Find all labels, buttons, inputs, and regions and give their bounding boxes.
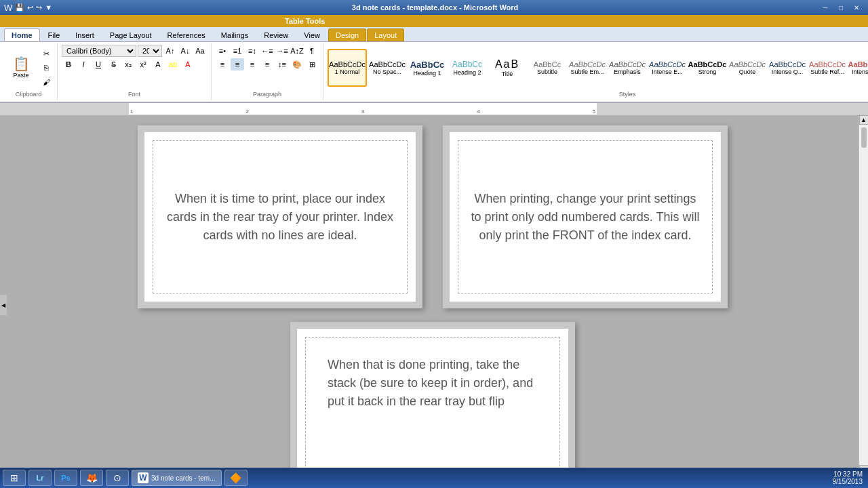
borders-button[interactable]: ⊞ <box>305 58 319 70</box>
title-bar: W 💾 ↩ ↪ ▼ 3d note cards - template.docx … <box>0 0 868 15</box>
style-quote[interactable]: AaBbCcDc Quote <box>728 49 767 87</box>
font-color-button[interactable]: A <box>181 58 195 70</box>
vertical-scrollbar[interactable]: ▲ ▼ <box>859 115 868 474</box>
page-1: When it is time to print, place our inde… <box>138 125 422 308</box>
style-subtitle-label: Subtitle <box>537 68 557 75</box>
restore-button[interactable]: □ <box>833 2 848 13</box>
align-right-button[interactable]: ≡ <box>245 58 259 70</box>
bold-button[interactable]: B <box>62 58 75 70</box>
tab-insert[interactable]: Insert <box>68 28 102 41</box>
close-button[interactable]: ✕ <box>849 2 864 13</box>
page-3: When that is done printing, take the sta… <box>290 322 575 474</box>
styles-label: Styles <box>619 91 636 99</box>
style-normal-label: 1 Normal <box>335 68 360 75</box>
start-button[interactable]: ⊞ <box>3 470 26 486</box>
strikethrough-button[interactable]: S̶ <box>106 58 120 70</box>
italic-button[interactable]: I <box>77 58 90 70</box>
align-left-button[interactable]: ≡ <box>216 58 229 70</box>
taskbar-chrome[interactable]: ⊙ <box>106 470 129 486</box>
style-normal[interactable]: AaBbCcDc 1 Normal <box>328 49 367 87</box>
cut-button[interactable]: ✂ <box>39 47 53 60</box>
align-center-button[interactable]: ≡ <box>231 58 244 70</box>
copy-button[interactable]: ⎘ <box>39 62 53 74</box>
style-heading2[interactable]: AaBbCc Heading 2 <box>448 49 487 87</box>
decrease-indent-button[interactable]: ←≡ <box>260 45 274 57</box>
style-intense-ref-label: Intense R... <box>852 68 868 75</box>
style-emphasis[interactable]: AaBbCcDc Emphasis <box>608 49 647 87</box>
justify-button[interactable]: ≡ <box>260 58 274 70</box>
highlight-button[interactable]: ab <box>166 58 180 70</box>
card-3-text[interactable]: When that is done printing, take the sta… <box>311 342 555 424</box>
clipboard-content: 📋 Paste ✂ ⎘ 🖌 <box>4 45 53 91</box>
style-subtle-ref[interactable]: AaBbCcDc Subtle Ref... <box>808 49 847 87</box>
quick-access-save[interactable]: 💾 <box>15 3 24 12</box>
style-no-space[interactable]: AaBbCcDc No Spac... <box>368 49 407 87</box>
superscript-button[interactable]: x² <box>136 58 150 70</box>
style-subtle-em[interactable]: AaBbCcDc Subtle Em... <box>568 49 607 87</box>
table-tools-label: Table Tools <box>271 17 339 25</box>
underline-button[interactable]: U <box>92 58 105 70</box>
scroll-up-button[interactable]: ▲ <box>859 115 869 125</box>
clear-format-button[interactable]: Aa <box>193 45 207 57</box>
quick-access-menu[interactable]: ▼ <box>45 3 52 12</box>
tab-review[interactable]: Review <box>256 28 296 41</box>
increase-font-button[interactable]: A↑ <box>163 45 177 57</box>
style-intense-ref-preview: AaBbCcDc <box>848 60 868 68</box>
tab-home[interactable]: Home <box>4 28 40 41</box>
multilevel-button[interactable]: ≡↕ <box>245 45 259 57</box>
taskbar-vlc[interactable]: 🔶 <box>224 470 248 486</box>
font-row-1: Calibri (Body) 20 A↑ A↓ Aa <box>62 45 207 57</box>
tab-mailings[interactable]: Mailings <box>214 28 256 41</box>
sort-button[interactable]: A↕Z <box>290 45 304 57</box>
decrease-font-button[interactable]: A↓ <box>178 45 192 57</box>
paragraph-row-2: ≡ ≡ ≡ ≡ ↕≡ 🎨 ⊞ <box>216 58 319 70</box>
style-subtitle[interactable]: AaBbCc Subtitle <box>528 49 567 87</box>
paste-button[interactable]: 📋 Paste <box>4 47 38 88</box>
taskbar-firefox[interactable]: 🦊 <box>80 470 103 486</box>
style-intense-ref[interactable]: AaBbCcDc Intense R... <box>848 49 868 87</box>
format-painter-button[interactable]: 🖌 <box>39 76 53 88</box>
taskbar-word[interactable]: W 3d note cards - tem... <box>132 470 222 486</box>
scroll-thumb[interactable] <box>861 127 867 148</box>
tab-page-layout[interactable]: Page Layout <box>102 28 159 41</box>
font-content: Calibri (Body) 20 A↑ A↓ Aa B I U S̶ x₂ x… <box>62 45 207 91</box>
style-no-space-label: No Spac... <box>373 68 401 75</box>
subscript-button[interactable]: x₂ <box>121 58 135 70</box>
card-1-text[interactable]: When it is time to print, place our inde… <box>144 176 416 258</box>
taskbar-photoshop[interactable]: Ps <box>54 470 77 486</box>
style-intense-em[interactable]: AaBbCcDc Intense E... <box>648 49 687 87</box>
window-title: 3d note cards - template.docx - Microsof… <box>352 3 519 12</box>
ruler: 1 2 3 4 5 <box>0 103 868 115</box>
collapse-left-button[interactable]: ◀ <box>0 295 7 315</box>
show-marks-button[interactable]: ¶ <box>305 45 319 57</box>
style-title-label: Title <box>502 70 513 77</box>
shading-button[interactable]: 🎨 <box>290 58 304 70</box>
style-title[interactable]: AaB Title <box>488 49 527 87</box>
quick-access-undo[interactable]: ↩ <box>27 3 33 12</box>
taskbar-lightroom[interactable]: Lr <box>28 470 52 486</box>
text-effects-button[interactable]: A <box>151 58 165 70</box>
increase-indent-button[interactable]: →≡ <box>275 45 289 57</box>
tab-file[interactable]: File <box>41 28 68 41</box>
style-h1-label: Heading 1 <box>413 70 441 77</box>
font-size-select[interactable]: 20 <box>138 45 162 57</box>
tab-design[interactable]: Design <box>328 28 366 41</box>
line-spacing-button[interactable]: ↕≡ <box>275 58 289 70</box>
clock-area[interactable]: 10:32 PM 9/15/2013 <box>833 470 866 485</box>
bullets-button[interactable]: ≡• <box>216 45 229 57</box>
tab-references[interactable]: References <box>160 28 213 41</box>
tab-layout[interactable]: Layout <box>367 28 404 41</box>
minimize-button[interactable]: ─ <box>818 2 833 13</box>
card-2-text[interactable]: When printing, change your print setting… <box>450 176 721 258</box>
quick-access-redo[interactable]: ↪ <box>36 3 42 12</box>
numbering-button[interactable]: ≡1 <box>231 45 244 57</box>
style-intense-quote[interactable]: AaBbCcDc Intense Q... <box>768 49 807 87</box>
style-heading1[interactable]: AaBbCc Heading 1 <box>408 49 447 87</box>
ruler-main: 1 2 3 4 5 <box>129 103 597 115</box>
document-area[interactable]: When it is time to print, place our inde… <box>7 115 859 474</box>
style-strong[interactable]: AaBbCcDc Strong <box>688 49 727 87</box>
tab-view[interactable]: View <box>296 28 328 41</box>
font-family-select[interactable]: Calibri (Body) <box>62 45 136 57</box>
page-row-2: When that is done printing, take the sta… <box>290 322 575 474</box>
paste-icon: 📋 <box>13 57 30 70</box>
